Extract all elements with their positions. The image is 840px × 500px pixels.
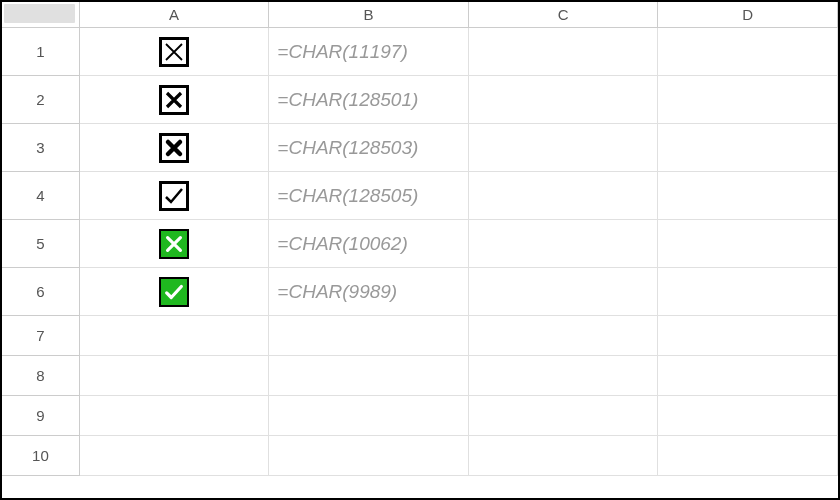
row-5: 5 =CHAR(10062) (2, 220, 838, 268)
row-header-4[interactable]: 4 (2, 172, 80, 220)
row-header-8[interactable]: 8 (2, 356, 80, 396)
checkbox-icon (159, 181, 189, 211)
cell-a1[interactable] (80, 28, 270, 76)
cell-d4[interactable] (658, 172, 838, 220)
cell-b3[interactable]: =CHAR(128503) (269, 124, 469, 172)
row-header-10[interactable]: 10 (2, 436, 80, 476)
cell-b8[interactable] (269, 356, 469, 396)
cell-a7[interactable] (80, 316, 270, 356)
column-header-c[interactable]: C (469, 2, 659, 28)
row-1: 1 =CHAR(11197) (2, 28, 838, 76)
cell-d8[interactable] (658, 356, 838, 396)
cell-d2[interactable] (658, 76, 838, 124)
cell-c10[interactable] (469, 436, 659, 476)
row-7: 7 (2, 316, 838, 356)
column-header-b[interactable]: B (269, 2, 469, 28)
xbox-icon (159, 133, 189, 163)
row-2: 2 =CHAR(128501) (2, 76, 838, 124)
cell-a5[interactable] (80, 220, 270, 268)
cell-c4[interactable] (469, 172, 659, 220)
cell-d3[interactable] (658, 124, 838, 172)
cell-c9[interactable] (469, 396, 659, 436)
cell-b2[interactable]: =CHAR(128501) (269, 76, 469, 124)
cell-c3[interactable] (469, 124, 659, 172)
row-9: 9 (2, 396, 838, 436)
cell-b6[interactable]: =CHAR(9989) (269, 268, 469, 316)
cell-d7[interactable] (658, 316, 838, 356)
row-3: 3 =CHAR(128503) (2, 124, 838, 172)
row-header-7[interactable]: 7 (2, 316, 80, 356)
column-header-a[interactable]: A (80, 2, 270, 28)
cell-b1[interactable]: =CHAR(11197) (269, 28, 469, 76)
column-header-d[interactable]: D (658, 2, 838, 28)
row-header-1[interactable]: 1 (2, 28, 80, 76)
xbox-icon (159, 85, 189, 115)
row-header-5[interactable]: 5 (2, 220, 80, 268)
select-all-corner[interactable] (2, 2, 80, 28)
green-cross-icon (159, 229, 189, 259)
cell-d10[interactable] (658, 436, 838, 476)
cell-c6[interactable] (469, 268, 659, 316)
xbox-icon (159, 37, 189, 67)
row-header-3[interactable]: 3 (2, 124, 80, 172)
cell-d9[interactable] (658, 396, 838, 436)
cell-c5[interactable] (469, 220, 659, 268)
cell-d6[interactable] (658, 268, 838, 316)
row-header-2[interactable]: 2 (2, 76, 80, 124)
cell-a4[interactable] (80, 172, 270, 220)
cell-b7[interactable] (269, 316, 469, 356)
cell-b9[interactable] (269, 396, 469, 436)
cell-b5[interactable]: =CHAR(10062) (269, 220, 469, 268)
cell-c1[interactable] (469, 28, 659, 76)
cell-a6[interactable] (80, 268, 270, 316)
cell-a8[interactable] (80, 356, 270, 396)
row-4: 4 =CHAR(128505) (2, 172, 838, 220)
cell-a9[interactable] (80, 396, 270, 436)
row-header-9[interactable]: 9 (2, 396, 80, 436)
cell-a2[interactable] (80, 76, 270, 124)
cell-d1[interactable] (658, 28, 838, 76)
cell-d5[interactable] (658, 220, 838, 268)
row-6: 6 =CHAR(9989) (2, 268, 838, 316)
cell-c8[interactable] (469, 356, 659, 396)
cell-b4[interactable]: =CHAR(128505) (269, 172, 469, 220)
row-8: 8 (2, 356, 838, 396)
column-header-row: A B C D (2, 2, 838, 28)
green-check-icon (159, 277, 189, 307)
cell-c7[interactable] (469, 316, 659, 356)
cell-b10[interactable] (269, 436, 469, 476)
spreadsheet-grid: A B C D 1 =CHAR(11197) 2 =CHAR(128501) 3 (2, 2, 838, 498)
cell-c2[interactable] (469, 76, 659, 124)
row-header-6[interactable]: 6 (2, 268, 80, 316)
cell-a3[interactable] (80, 124, 270, 172)
cell-a10[interactable] (80, 436, 270, 476)
row-10: 10 (2, 436, 838, 476)
